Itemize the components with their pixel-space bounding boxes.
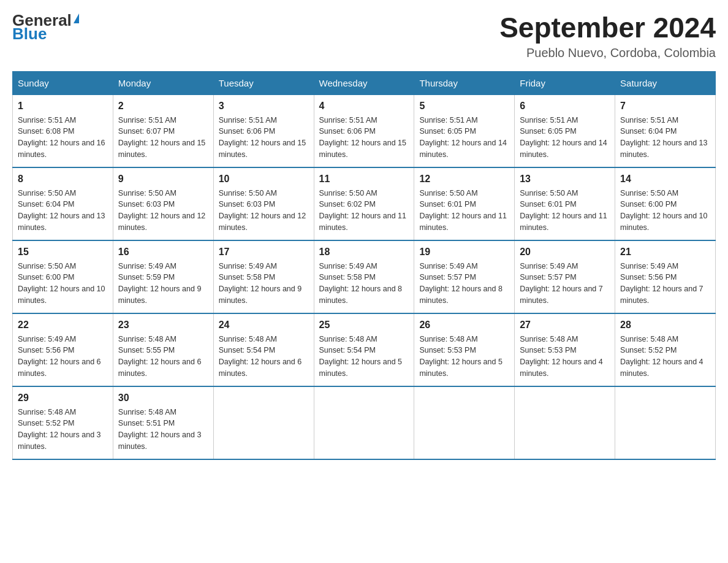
- daylight-text: Daylight: 12 hours and 5 minutes.: [319, 358, 403, 378]
- daylight-text: Daylight: 12 hours and 6 minutes.: [219, 358, 302, 378]
- sunrise-text: Sunrise: 5:48 AM: [219, 335, 277, 343]
- calendar-cell: 17Sunrise: 5:49 AMSunset: 5:58 PMDayligh…: [213, 240, 314, 313]
- sunset-text: Sunset: 5:58 PM: [319, 273, 376, 282]
- month-title: September 2024: [499, 12, 716, 44]
- sunrise-text: Sunrise: 5:50 AM: [219, 189, 277, 197]
- sunset-text: Sunset: 5:55 PM: [118, 346, 175, 354]
- header-wednesday: Wednesday: [314, 71, 414, 94]
- sunrise-text: Sunrise: 5:48 AM: [118, 408, 176, 416]
- calendar-cell: 1Sunrise: 5:51 AMSunset: 6:08 PMDaylight…: [13, 94, 113, 167]
- calendar-cell: 18Sunrise: 5:49 AMSunset: 5:58 PMDayligh…: [314, 240, 414, 313]
- daylight-text: Daylight: 12 hours and 9 minutes.: [219, 285, 302, 305]
- calendar-cell: 5Sunrise: 5:51 AMSunset: 6:05 PMDaylight…: [414, 94, 515, 167]
- sunset-text: Sunset: 5:56 PM: [620, 273, 677, 282]
- calendar-cell: 2Sunrise: 5:51 AMSunset: 6:07 PMDaylight…: [113, 94, 213, 167]
- sunset-text: Sunset: 6:05 PM: [419, 127, 476, 136]
- sunrise-text: Sunrise: 5:51 AM: [319, 116, 377, 124]
- calendar-cell: 7Sunrise: 5:51 AMSunset: 6:04 PMDaylight…: [615, 94, 716, 167]
- sunrise-text: Sunrise: 5:50 AM: [319, 189, 377, 197]
- daylight-text: Daylight: 12 hours and 6 minutes.: [118, 358, 202, 378]
- daylight-text: Daylight: 12 hours and 12 minutes.: [219, 212, 306, 232]
- day-number: 7: [620, 99, 710, 113]
- calendar-cell: [213, 386, 314, 459]
- sunset-text: Sunset: 5:54 PM: [219, 346, 275, 354]
- daylight-text: Daylight: 12 hours and 7 minutes.: [620, 285, 703, 305]
- day-number: 13: [520, 172, 610, 186]
- day-number: 21: [620, 245, 710, 259]
- calendar-cell: 20Sunrise: 5:49 AMSunset: 5:57 PMDayligh…: [515, 240, 615, 313]
- calendar-cell: 13Sunrise: 5:50 AMSunset: 6:01 PMDayligh…: [515, 167, 615, 240]
- day-number: 2: [118, 99, 208, 113]
- day-number: 16: [118, 245, 208, 259]
- sunset-text: Sunset: 6:07 PM: [118, 127, 175, 136]
- daylight-text: Daylight: 12 hours and 11 minutes.: [520, 212, 607, 232]
- day-number: 4: [319, 99, 409, 113]
- logo-blue-text: Blue: [12, 26, 79, 42]
- calendar-body: 1Sunrise: 5:51 AMSunset: 6:08 PMDaylight…: [13, 94, 716, 459]
- day-number: 25: [319, 318, 409, 332]
- calendar-cell: 19Sunrise: 5:49 AMSunset: 5:57 PMDayligh…: [414, 240, 515, 313]
- sunset-text: Sunset: 5:52 PM: [620, 346, 677, 354]
- daylight-text: Daylight: 12 hours and 3 minutes.: [118, 431, 202, 451]
- calendar-cell: 28Sunrise: 5:48 AMSunset: 5:52 PMDayligh…: [615, 313, 716, 386]
- sunrise-text: Sunrise: 5:50 AM: [419, 189, 477, 197]
- sunrise-text: Sunrise: 5:49 AM: [219, 262, 277, 270]
- week-row: 15Sunrise: 5:50 AMSunset: 6:00 PMDayligh…: [13, 240, 716, 313]
- week-row: 8Sunrise: 5:50 AMSunset: 6:04 PMDaylight…: [13, 167, 716, 240]
- sunrise-text: Sunrise: 5:49 AM: [520, 262, 578, 270]
- daylight-text: Daylight: 12 hours and 8 minutes.: [419, 285, 502, 305]
- sunrise-text: Sunrise: 5:50 AM: [18, 262, 76, 270]
- sunrise-text: Sunrise: 5:51 AM: [18, 116, 76, 124]
- days-row: Sunday Monday Tuesday Wednesday Thursday…: [13, 71, 716, 94]
- sunrise-text: Sunrise: 5:49 AM: [419, 262, 477, 270]
- day-number: 9: [118, 172, 208, 186]
- sunrise-text: Sunrise: 5:48 AM: [419, 335, 477, 343]
- page-header: General Blue September 2024 Pueblo Nuevo…: [12, 12, 716, 60]
- calendar-header: Sunday Monday Tuesday Wednesday Thursday…: [13, 71, 716, 94]
- sunset-text: Sunset: 6:03 PM: [118, 200, 175, 209]
- daylight-text: Daylight: 12 hours and 16 minutes.: [18, 139, 105, 159]
- daylight-text: Daylight: 12 hours and 9 minutes.: [118, 285, 202, 305]
- sunset-text: Sunset: 6:03 PM: [219, 200, 275, 209]
- sunset-text: Sunset: 6:08 PM: [18, 127, 74, 136]
- sunset-text: Sunset: 6:06 PM: [319, 127, 376, 136]
- calendar-cell: 4Sunrise: 5:51 AMSunset: 6:06 PMDaylight…: [314, 94, 414, 167]
- day-number: 22: [18, 318, 108, 332]
- day-number: 6: [520, 99, 610, 113]
- day-number: 11: [319, 172, 409, 186]
- logo: General Blue: [12, 12, 79, 42]
- calendar-cell: 9Sunrise: 5:50 AMSunset: 6:03 PMDaylight…: [113, 167, 213, 240]
- day-number: 18: [319, 245, 409, 259]
- daylight-text: Daylight: 12 hours and 10 minutes.: [620, 212, 707, 232]
- calendar-cell: 23Sunrise: 5:48 AMSunset: 5:55 PMDayligh…: [113, 313, 213, 386]
- sunset-text: Sunset: 6:04 PM: [620, 127, 677, 136]
- sunrise-text: Sunrise: 5:50 AM: [620, 189, 678, 197]
- day-number: 10: [219, 172, 309, 186]
- sunset-text: Sunset: 5:52 PM: [18, 419, 74, 427]
- header-tuesday: Tuesday: [213, 71, 314, 94]
- sunrise-text: Sunrise: 5:51 AM: [620, 116, 678, 124]
- location-subtitle: Pueblo Nuevo, Cordoba, Colombia: [499, 46, 716, 60]
- day-number: 15: [18, 245, 108, 259]
- sunset-text: Sunset: 5:58 PM: [219, 273, 275, 282]
- week-row: 1Sunrise: 5:51 AMSunset: 6:08 PMDaylight…: [13, 94, 716, 167]
- calendar-table: Sunday Monday Tuesday Wednesday Thursday…: [12, 71, 716, 460]
- sunrise-text: Sunrise: 5:49 AM: [620, 262, 678, 270]
- sunrise-text: Sunrise: 5:48 AM: [520, 335, 578, 343]
- day-number: 5: [419, 99, 509, 113]
- sunset-text: Sunset: 6:02 PM: [319, 200, 376, 209]
- day-number: 23: [118, 318, 208, 332]
- calendar-cell: 6Sunrise: 5:51 AMSunset: 6:05 PMDaylight…: [515, 94, 615, 167]
- sunrise-text: Sunrise: 5:49 AM: [18, 335, 76, 343]
- header-thursday: Thursday: [414, 71, 515, 94]
- sunrise-text: Sunrise: 5:48 AM: [319, 335, 377, 343]
- sunrise-text: Sunrise: 5:51 AM: [219, 116, 277, 124]
- daylight-text: Daylight: 12 hours and 6 minutes.: [18, 358, 101, 378]
- sunrise-text: Sunrise: 5:49 AM: [319, 262, 377, 270]
- calendar-cell: 8Sunrise: 5:50 AMSunset: 6:04 PMDaylight…: [13, 167, 113, 240]
- calendar-cell: 30Sunrise: 5:48 AMSunset: 5:51 PMDayligh…: [113, 386, 213, 459]
- calendar-cell: 11Sunrise: 5:50 AMSunset: 6:02 PMDayligh…: [314, 167, 414, 240]
- sunset-text: Sunset: 5:53 PM: [419, 346, 476, 354]
- day-number: 19: [419, 245, 509, 259]
- daylight-text: Daylight: 12 hours and 15 minutes.: [319, 139, 406, 159]
